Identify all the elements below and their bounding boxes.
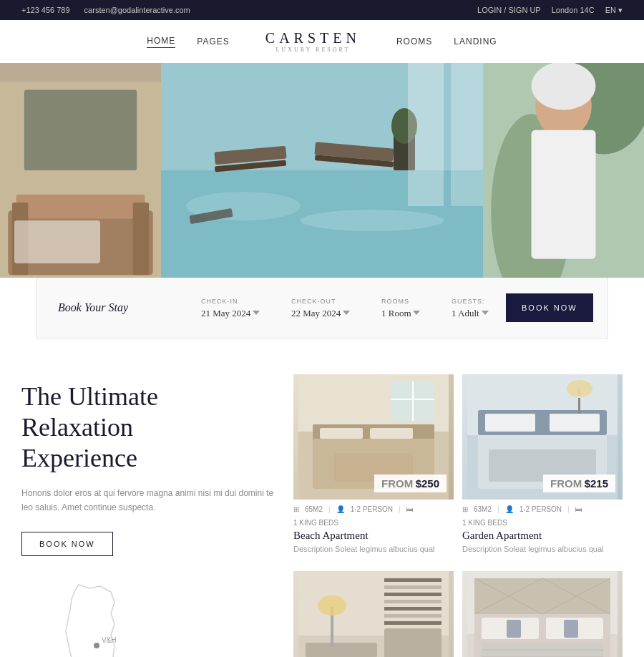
checkin-field[interactable]: CHECK-IN 21 May 2024: [201, 298, 263, 318]
room-size-icon-2: ⊞: [462, 505, 468, 513]
hero-gallery: [0, 63, 644, 278]
room-image-premium: FROM $680: [462, 571, 623, 657]
price-badge-2: FROM $215: [543, 474, 615, 492]
nav-home[interactable]: HOME: [147, 36, 175, 48]
login-link[interactable]: LOGIN / SIGN UP: [477, 6, 541, 14]
svg-rect-49: [384, 628, 441, 657]
checkout-select[interactable]: 22 May 2024: [291, 308, 353, 318]
room-cards-grid: FROM $250 ⊞ 65M2 | 👤 1-2 PERSON | 🛏 1 KI…: [293, 374, 623, 657]
svg-rect-55: [384, 600, 441, 603]
room-name-1: Beach Apartment: [293, 530, 454, 542]
svg-rect-3: [12, 203, 29, 275]
email: carsten@godalinteractive.com: [84, 6, 190, 14]
room-card-3: FROM $230 ⊞ 70M2 | 👤 2 PERSON | 🛏 2 KING…: [293, 571, 454, 657]
rooms-label: ROOMS: [381, 298, 423, 305]
bed-icon-2: 🛏: [575, 505, 582, 513]
top-bar: +123 456 789 carsten@godalinteractive.co…: [0, 0, 644, 20]
svg-rect-30: [370, 428, 413, 439]
room-size-icon: ⊞: [293, 505, 299, 513]
svg-rect-4: [133, 203, 150, 275]
svg-rect-1: [8, 210, 153, 275]
room-card-2: FROM $215 ⊞ 63M2 | 👤 1-2 PERSON | 🛏 1 KI…: [462, 374, 623, 563]
room-desc-2: Description Soleat legimus albucius qual: [462, 545, 623, 553]
checkout-label: CHECK-OUT: [291, 298, 353, 305]
svg-rect-56: [384, 607, 441, 610]
svg-rect-23: [532, 130, 596, 259]
section-heading: The Ultimate Relaxation Experience: [21, 381, 279, 474]
hero-image-right: [483, 63, 644, 278]
map-label: V&H: [102, 636, 117, 644]
book-now-button[interactable]: BOOK NOW: [506, 293, 593, 322]
person-icon: 👤: [336, 505, 345, 513]
map-marker: [94, 643, 99, 648]
svg-rect-52: [384, 578, 441, 582]
svg-rect-58: [384, 621, 441, 625]
svg-rect-39: [485, 414, 535, 432]
guests-field[interactable]: GUESTS: 1 Adult: [452, 298, 492, 318]
section-description: Honoris dolor eros at qui fervore magna …: [21, 486, 279, 515]
book-now-outline-button[interactable]: BOOK NOW: [21, 532, 113, 556]
svg-rect-54: [384, 593, 441, 596]
guests-select[interactable]: 1 Adult: [452, 308, 492, 318]
brand-sub: LUXURY RESORT: [265, 47, 361, 53]
map-container: V&H ✈: [21, 578, 279, 657]
svg-rect-17: [408, 63, 444, 206]
nav-links: HOME PAGES: [147, 36, 229, 48]
room-image-suite: FROM $230: [293, 571, 454, 657]
phone: +123 456 789: [21, 6, 70, 14]
rooms-field[interactable]: ROOMS 1 Room: [381, 298, 423, 318]
rooms-select[interactable]: 1 Room: [381, 308, 423, 318]
room-meta-1: ⊞ 65M2 | 👤 1-2 PERSON | 🛏 1 KING BEDS: [293, 505, 454, 527]
hero-image-left: [0, 63, 161, 278]
svg-point-42: [567, 380, 592, 397]
svg-point-9: [186, 192, 301, 220]
svg-rect-2: [16, 195, 145, 219]
main-content: The Ultimate Relaxation Experience Honor…: [0, 339, 644, 657]
brand-name: CARSTEN: [265, 30, 361, 47]
navigation: HOME PAGES CARSTEN LUXURY RESORT ROOMS L…: [0, 20, 644, 63]
brand-logo: CARSTEN LUXURY RESORT: [265, 30, 361, 53]
svg-point-24: [532, 63, 596, 110]
room-image-beach: FROM $250: [293, 374, 454, 500]
hero-image-center: [161, 63, 483, 278]
booking-bar: Book Your Stay CHECK-IN 21 May 2024 CHEC…: [36, 277, 608, 339]
bed-icon: 🛏: [406, 505, 414, 513]
room-name-2: Garden Apartment: [462, 530, 623, 542]
nav-links-right: ROOMS LANDING: [396, 36, 497, 47]
room-meta-2: ⊞ 63M2 | 👤 1-2 PERSON | 🛏 1 KING BEDS: [462, 505, 623, 527]
svg-rect-62: [474, 578, 610, 614]
svg-rect-69: [507, 620, 521, 638]
checkin-label: CHECK-IN: [201, 298, 263, 305]
left-section: The Ultimate Relaxation Experience Honor…: [21, 374, 293, 657]
checkout-field[interactable]: CHECK-OUT 22 May 2024: [291, 298, 353, 318]
svg-rect-40: [550, 414, 600, 432]
guests-label: GUESTS:: [452, 298, 492, 305]
svg-rect-29: [320, 428, 363, 439]
book-title: Book Your Stay: [58, 301, 172, 314]
location: London 14C: [552, 6, 595, 14]
room-desc-1: Description Soleat legimus albucius qual: [293, 545, 454, 553]
map-svg: V&H: [21, 578, 165, 657]
svg-rect-43: [573, 396, 586, 398]
language-selector[interactable]: EN ▾: [605, 6, 623, 15]
nav-landing[interactable]: LANDING: [454, 36, 497, 47]
checkin-select[interactable]: 21 May 2024: [201, 308, 263, 318]
svg-rect-48: [306, 643, 377, 657]
room-card-4: FROM $680 ⊞ 90M2 | 👤 2 PERSON | 🛏 2 KING…: [462, 571, 623, 657]
svg-point-10: [301, 210, 444, 231]
svg-rect-18: [451, 63, 483, 206]
svg-rect-57: [384, 614, 441, 618]
svg-rect-6: [0, 63, 161, 82]
nav-rooms[interactable]: ROOMS: [396, 36, 432, 47]
person-icon-2: 👤: [505, 505, 514, 513]
svg-rect-53: [384, 585, 441, 589]
room-image-garden: FROM $215: [462, 374, 623, 500]
room-card-1: FROM $250 ⊞ 65M2 | 👤 1-2 PERSON | 🛏 1 KI…: [293, 374, 454, 563]
price-badge-1: FROM $250: [374, 474, 447, 492]
svg-rect-70: [564, 620, 578, 638]
svg-rect-5: [24, 90, 137, 171]
nav-pages[interactable]: PAGES: [197, 36, 229, 47]
svg-point-51: [318, 595, 346, 615]
